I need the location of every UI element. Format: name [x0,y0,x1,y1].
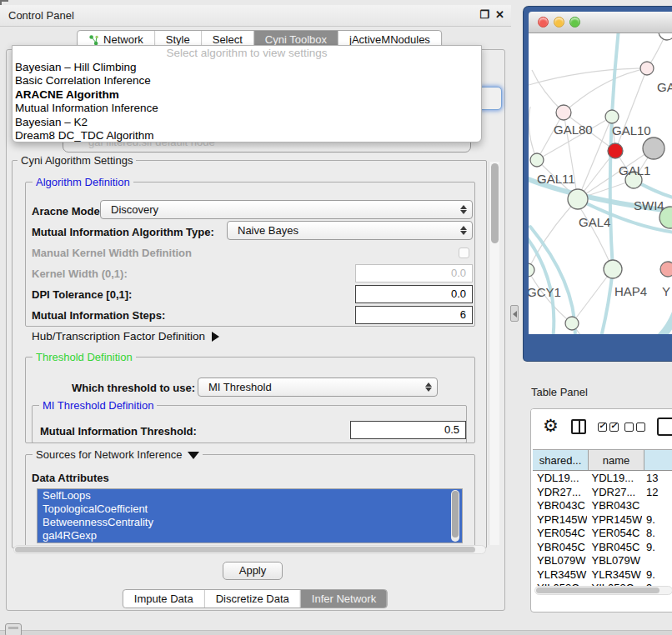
checked-boxes-icon[interactable] [598,422,619,432]
algorithm-option-mutual-information-inference[interactable]: Mutual Information Inference [13,102,481,115]
table-row[interactable]: YLR345WYLR345W9. [533,568,672,582]
network-edge-highlighted [529,229,554,334]
network-node[interactable] [660,262,672,277]
table-row[interactable]: YBR043CYBR043C [533,499,672,513]
network-node[interactable] [605,110,619,123]
threshold-combo[interactable]: MI Threshold [198,378,438,397]
network-node[interactable] [530,153,544,167]
dpi-tolerance-field[interactable]: 0.0 [355,285,473,303]
network-canvas[interactable]: GAL80GAL10GAL1GAL11SWI4GAL4GCY1HAP4YHAP2… [529,33,672,334]
dropdown-placeholder: Select algorithm to view settings [13,46,481,61]
gear-icon[interactable]: ⚙ [543,416,559,436]
table-row[interactable]: YER054CYER054C8. [533,527,672,541]
mi-steps-field[interactable]: 6 [355,306,473,324]
table-cell [642,554,672,568]
algorithm-option-aracne-algorithm[interactable]: ARACNE Algorithm [13,88,481,102]
data-attribute-item-selfloops[interactable]: SelfLoops [38,489,462,502]
node-label: GAL11 [537,172,575,186]
network-node[interactable] [529,263,534,277]
tab-discretize-data[interactable]: Discretize Data [204,590,300,608]
algorithm-option-dream8-dc-tdc-algorithm[interactable]: Dream8 DC_TDC Algorithm [13,129,481,142]
network-edge [564,68,647,112]
table-panel-title: Table Panel [531,386,588,398]
columns-icon[interactable] [571,419,586,434]
table-cell: 9. [642,541,672,555]
bottom-strip [0,630,672,635]
apply-button[interactable]: Apply [223,562,283,580]
minimize-traffic-light-icon[interactable] [554,17,564,28]
aracne-mode-combo[interactable]: Discovery [100,200,473,219]
network-node[interactable] [608,143,623,158]
panel-splitter-handle[interactable] [510,305,519,322]
algorithm-option-bayesian-k2[interactable]: Bayesian – K2 [13,116,481,129]
table-row[interactable]: YDR27...YDR27...12 [533,486,672,500]
group-title: Threshold Definition [33,351,136,363]
network-node[interactable] [640,62,654,75]
settings-v-scrollbar[interactable] [489,162,499,545]
network-node[interactable] [604,260,622,278]
expand-right-icon [212,332,219,342]
algorithm-option-basic-correlation-inference[interactable]: Basic Correlation Inference [13,74,481,88]
mi-threshold-field[interactable]: 0.5 [350,421,466,439]
network-node[interactable] [659,33,672,40]
stepper-arrows-icon [425,382,431,392]
network-node[interactable] [643,138,664,159]
close-traffic-light-icon[interactable] [538,17,549,28]
data-attribute-item-gal4rgexp[interactable]: gal4RGexp [38,529,462,542]
table-cell: 12 [642,486,672,500]
network-node[interactable] [568,189,588,209]
table-row[interactable]: YDL19...YDL19...13 [533,472,672,486]
manual-kernel-checkbox[interactable] [459,248,469,258]
zoom-traffic-light-icon[interactable] [569,17,580,28]
sources-title-text: Sources for Network Inference [36,448,183,461]
table-cell: YER054C [587,527,641,541]
network-edge [615,68,647,151]
table-h-scrollbar[interactable] [534,586,672,595]
tab-label: Cyni Toolbox [265,33,327,46]
table-row[interactable]: YBR045CYBR045C9. [533,541,672,555]
tab-label: jActiveMNodules [349,33,430,46]
hub-definition-section[interactable]: Hub/Transcription Factor Definition [32,330,219,342]
node-label: GCY1 [529,285,561,299]
column-header-name[interactable]: name [589,450,644,470]
network-node[interactable] [565,317,579,330]
network-view-window: GAL80GAL10GAL1GAL11SWI4GAL4GCY1HAP4YHAP2… [524,7,672,361]
settings-h-scrollbar[interactable] [13,545,486,554]
list-scrollbar[interactable] [451,490,459,542]
mi-type-label: Mutual Information Algorithm Type: [32,226,214,238]
node-label: HAP4 [614,284,647,298]
stepper-arrows-icon [460,204,466,215]
minimized-panel-icon[interactable] [5,623,22,635]
table-row[interactable]: YBL079WYBL079W [533,554,672,568]
column-header-cut[interactable] [644,450,672,470]
table-row[interactable]: YPR145WYPR145W9. [533,513,672,528]
tab-infer-network[interactable]: Infer Network [300,590,387,608]
network-window-titlebar[interactable] [529,12,672,33]
data-attributes-label: Data Attributes [32,472,109,484]
sources-title[interactable]: Sources for Network Inference [33,448,203,461]
group-title: Cyni Algorithm Settings [18,154,136,167]
unchecked-boxes-icon[interactable] [624,422,645,432]
table-view-icon[interactable] [657,418,672,436]
control-panel-titlebar: Control Panel ❐ ✕ [0,5,511,27]
node-label: GAL [657,80,672,94]
network-edge [529,68,647,85]
data-attributes-list[interactable]: SelfLoopsTopologicalCoefficientBetweenne… [37,488,463,543]
close-icon[interactable]: ✕ [495,8,504,21]
float-icon[interactable]: ❐ [479,8,489,21]
column-header-shared[interactable]: shared... [533,450,589,470]
table-cell: YBL079W [587,554,641,568]
kernel-width-label: Kernel Width (0,1): [32,268,128,280]
tab-label: Network [103,33,143,46]
table-cell: YBR043C [533,499,587,513]
network-node[interactable] [556,105,571,120]
screen: Control Panel ❐ ✕ NetworkStyleSelectCyni… [0,0,672,635]
data-attribute-item-betweennesscentrality[interactable]: BetweennessCentrality [38,516,462,529]
algorithm-option-bayesian-hill-climbing[interactable]: Bayesian – Hill Climbing [13,61,481,74]
data-attribute-item-topologicalcoefficient[interactable]: TopologicalCoefficient [38,502,462,516]
mi-type-combo[interactable]: Naive Bayes [227,221,473,240]
table-cell: YLR345W [533,568,587,582]
focused-combo-fragment[interactable] [480,87,502,110]
kernel-width-field[interactable]: 0.0 [355,264,473,282]
tab-impute-data[interactable]: Impute Data [123,590,204,608]
